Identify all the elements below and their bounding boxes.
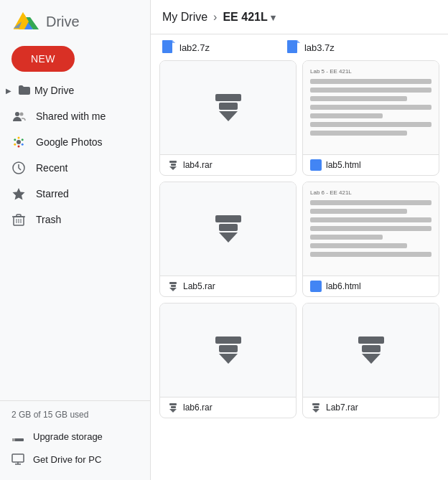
people-icon xyxy=(11,109,26,123)
file-thumbnail xyxy=(160,303,296,397)
rar-thumb-icon xyxy=(215,94,241,121)
sidebar-item-label: Shared with me xyxy=(36,110,106,122)
rar-thumb-icon xyxy=(215,337,241,364)
svg-rect-28 xyxy=(12,454,24,462)
file-list-area: lab2.7z lab3.7z xyxy=(151,34,448,480)
svg-point-14 xyxy=(22,143,24,146)
file-card[interactable]: Lab 6 - EE 421L lab6.html xyxy=(302,182,439,297)
file-name: lab6.html xyxy=(326,281,361,291)
zip-icon xyxy=(162,40,175,55)
sidebar: Drive NEW ▶ My Drive Shared with me xyxy=(0,0,151,480)
svg-point-9 xyxy=(15,112,19,116)
svg-rect-27 xyxy=(12,438,15,441)
svg-point-17 xyxy=(14,138,16,141)
file-thumbnail xyxy=(303,303,439,397)
file-name: lab6.rar xyxy=(183,403,213,413)
storage-text: 2 GB of 15 GB used xyxy=(11,410,139,420)
expand-icon: ▶ xyxy=(6,87,11,95)
top-files-row: lab2.7z lab3.7z xyxy=(159,40,439,55)
html-icon xyxy=(310,281,322,292)
doc-preview: Lab 6 - EE 421L xyxy=(310,189,431,260)
sidebar-item-label: My Drive xyxy=(34,85,74,96)
svg-point-13 xyxy=(22,138,24,141)
svg-point-12 xyxy=(18,137,20,139)
breadcrumb-current: EE 421L ▾ xyxy=(223,11,275,24)
sidebar-item-shared[interactable]: Shared with me xyxy=(0,103,144,129)
sidebar-item-starred[interactable]: Starred xyxy=(0,181,144,207)
list-item[interactable]: lab3.7z xyxy=(287,40,335,55)
rar-icon xyxy=(310,402,322,413)
rar-icon xyxy=(167,159,179,171)
file-card-footer: lab5.html xyxy=(303,154,439,175)
file-card[interactable]: Lab5.rar xyxy=(159,182,297,297)
file-thumbnail xyxy=(160,182,296,276)
html-icon xyxy=(310,159,322,171)
upgrade-label: Upgrade storage xyxy=(33,431,103,442)
file-thumbnail: Lab 6 - EE 421L xyxy=(303,182,439,276)
rar-icon xyxy=(167,402,179,413)
file-card-footer: lab6.html xyxy=(303,276,439,296)
new-button[interactable]: NEW xyxy=(11,46,75,72)
drive-logo-icon xyxy=(17,10,40,33)
sidebar-item-label: Starred xyxy=(36,188,69,199)
breadcrumb-bar: My Drive › EE 421L ▾ xyxy=(151,0,448,34)
doc-preview: Lab 5 - EE 421L xyxy=(310,68,431,139)
rar-icon xyxy=(167,281,179,292)
svg-point-16 xyxy=(14,143,16,146)
sidebar-header: Drive xyxy=(0,0,150,43)
file-card-footer: Lab5.rar xyxy=(160,276,296,296)
drive-title: Drive xyxy=(46,14,80,30)
svg-rect-22 xyxy=(17,215,21,217)
folder-icon xyxy=(17,83,32,98)
file-name: lab2.7z xyxy=(179,42,210,53)
sidebar-item-photos[interactable]: Google Photos xyxy=(0,129,144,155)
breadcrumb-root[interactable]: My Drive xyxy=(162,11,207,24)
file-card-footer: lab6.rar xyxy=(160,397,296,418)
file-name: lab3.7z xyxy=(304,42,335,53)
clock-icon xyxy=(11,161,26,175)
svg-marker-19 xyxy=(13,188,25,200)
file-name: lab4.rar xyxy=(183,160,213,170)
sidebar-bottom: 2 GB of 15 GB used Upgrade storage Get D… xyxy=(0,400,150,480)
file-card[interactable]: lab4.rar xyxy=(159,60,297,176)
photos-icon xyxy=(11,135,26,149)
file-card-footer: lab4.rar xyxy=(160,154,296,175)
svg-rect-31 xyxy=(162,40,172,53)
file-card[interactable]: Lab 5 - EE 421L lab5.html xyxy=(302,60,439,176)
file-card-footer: Lab7.rar xyxy=(303,397,439,418)
rar-thumb-icon xyxy=(215,215,241,243)
file-name: Lab7.rar xyxy=(326,403,358,413)
zip-icon xyxy=(287,40,300,55)
file-grid: lab4.rar Lab 5 - EE 421L xyxy=(159,60,439,418)
svg-rect-34 xyxy=(287,40,297,53)
upgrade-storage-button[interactable]: Upgrade storage xyxy=(11,425,139,447)
sidebar-item-label: Google Photos xyxy=(36,136,103,148)
svg-marker-36 xyxy=(297,40,300,43)
sidebar-item-label: Trash xyxy=(36,214,61,225)
svg-point-15 xyxy=(18,146,20,148)
sidebar-item-my-drive[interactable]: ▶ My Drive xyxy=(0,77,144,103)
rar-thumb-icon xyxy=(358,337,384,364)
file-card[interactable]: Lab7.rar xyxy=(302,303,439,418)
main-content: My Drive › EE 421L ▾ lab2.7z xyxy=(151,0,448,480)
sidebar-item-recent[interactable]: Recent xyxy=(0,155,144,181)
get-drive-label: Get Drive for PC xyxy=(33,454,101,465)
list-item[interactable]: lab2.7z xyxy=(162,40,210,55)
sidebar-item-trash[interactable]: Trash xyxy=(0,207,144,232)
get-drive-button[interactable]: Get Drive for PC xyxy=(11,447,139,471)
star-icon xyxy=(11,187,26,201)
svg-marker-33 xyxy=(172,40,175,43)
svg-point-10 xyxy=(20,113,24,116)
sidebar-item-label: Recent xyxy=(36,162,67,174)
file-thumbnail xyxy=(160,61,296,154)
svg-point-11 xyxy=(17,140,21,144)
breadcrumb-separator: › xyxy=(213,11,217,24)
upgrade-icon xyxy=(11,430,24,443)
file-name: Lab5.rar xyxy=(183,281,215,291)
monitor-icon xyxy=(11,453,24,466)
file-thumbnail: Lab 5 - EE 421L xyxy=(303,61,439,154)
file-name: lab5.html xyxy=(326,160,361,170)
file-card[interactable]: lab6.rar xyxy=(159,303,297,418)
trash-icon xyxy=(11,212,26,227)
